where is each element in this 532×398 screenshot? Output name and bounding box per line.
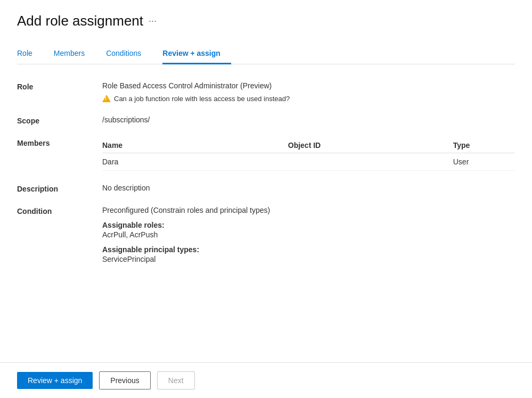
footer: Review + assign Previous Next xyxy=(0,362,532,398)
column-header-type: Type xyxy=(453,138,515,153)
scope-row: Scope /subscriptions/ xyxy=(17,115,515,125)
tab-members[interactable]: Members xyxy=(54,45,95,64)
members-table: Name Object ID Type Dara User xyxy=(102,138,515,171)
role-name: Role Based Access Control Administrator … xyxy=(102,81,515,90)
tab-bar: Role Members Conditions Review + assign xyxy=(17,44,515,64)
condition-text: Preconfigured (Constrain roles and princ… xyxy=(102,206,515,214)
assignable-principal-types-label: Assignable principal types: xyxy=(102,245,515,254)
tab-conditions[interactable]: Conditions xyxy=(106,45,152,64)
review-assign-button[interactable]: Review + assign xyxy=(17,372,93,389)
tab-review-assign[interactable]: Review + assign xyxy=(162,45,231,64)
members-table-header: Name Object ID Type xyxy=(102,138,515,153)
column-header-objectid: Object ID xyxy=(288,138,453,153)
description-value: No description xyxy=(102,184,515,193)
description-row: Description No description xyxy=(17,184,515,193)
member-name: Dara xyxy=(102,153,288,171)
role-warning-row: Can a job function role with less access… xyxy=(102,94,515,103)
role-warning-text: Can a job function role with less access… xyxy=(114,95,290,103)
warning-icon xyxy=(102,94,111,103)
condition-row: Condition Preconfigured (Constrain roles… xyxy=(17,206,515,270)
description-label: Description xyxy=(17,184,102,193)
member-objectid xyxy=(288,153,453,171)
page-title: Add role assignment xyxy=(17,13,143,29)
member-type: User xyxy=(453,153,515,171)
scope-label: Scope xyxy=(17,115,102,125)
page-title-row: Add role assignment ··· xyxy=(17,13,515,29)
next-button: Next xyxy=(157,371,195,389)
assignable-roles-label: Assignable roles: xyxy=(102,221,515,229)
members-row: Members Name Object ID Type Dara User xyxy=(17,138,515,171)
members-label: Members xyxy=(17,138,102,171)
condition-label: Condition xyxy=(17,206,102,270)
assignable-roles-value: AcrPull, AcrPush xyxy=(102,230,515,239)
condition-value-container: Preconfigured (Constrain roles and princ… xyxy=(102,206,515,270)
warning-triangle xyxy=(102,95,111,102)
tab-role[interactable]: Role xyxy=(17,45,43,64)
table-row: Dara User xyxy=(102,153,515,171)
previous-button[interactable]: Previous xyxy=(99,371,150,389)
column-header-name: Name xyxy=(102,138,288,153)
role-label: Role xyxy=(17,81,102,103)
assignable-principal-types-value: ServicePrincipal xyxy=(102,255,515,263)
ellipsis-menu-icon[interactable]: ··· xyxy=(149,15,157,27)
members-table-container: Name Object ID Type Dara User xyxy=(102,138,515,171)
scope-value: /subscriptions/ xyxy=(102,115,515,125)
role-row: Role Role Based Access Control Administr… xyxy=(17,81,515,103)
role-value-container: Role Based Access Control Administrator … xyxy=(102,81,515,103)
